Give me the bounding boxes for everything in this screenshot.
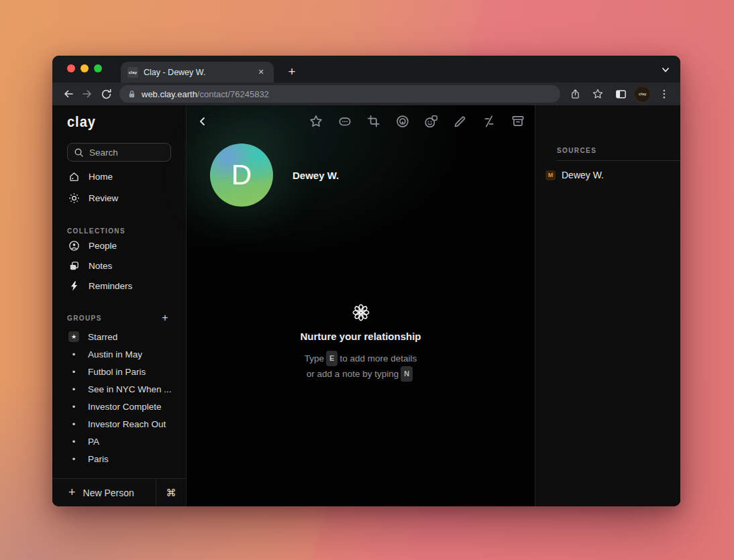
- collections-header: COLLECTIONS: [67, 226, 171, 235]
- traffic-lights: [67, 64, 102, 72]
- minimize-window-button[interactable]: [81, 64, 89, 72]
- contact-toolbar: [187, 105, 535, 137]
- source-item[interactable]: M Dewey W.: [535, 170, 680, 180]
- bullet-icon: [68, 384, 79, 394]
- sidebar-nav: Home Review: [52, 166, 186, 209]
- group-item-label: PA: [88, 437, 99, 447]
- reload-icon[interactable]: [97, 85, 115, 103]
- sidebar-item-people[interactable]: People: [52, 235, 186, 256]
- browser-window: clay Clay - Dewey W. ✕ + web.clay.earth: [52, 56, 680, 506]
- browser-toolbar: web.clay.earth/contact/76245832 clay ⋮: [52, 82, 680, 105]
- search-placeholder: Search: [89, 148, 118, 158]
- bullet-icon: [68, 437, 79, 447]
- source-m-badge-icon: M: [545, 170, 556, 180]
- group-item-label: Investor Reach Out: [88, 419, 166, 429]
- hint-text: to add more details: [339, 353, 417, 363]
- emoji-card-icon[interactable]: [423, 114, 439, 129]
- clay-app: clay Search Home Review COL: [52, 105, 680, 506]
- side-panel-toggle-icon[interactable]: [611, 85, 630, 103]
- browser-profile-avatar[interactable]: clay: [634, 86, 651, 103]
- sidebar-item-review[interactable]: Review: [52, 187, 186, 209]
- avatar-letter: D: [231, 159, 252, 191]
- contact-detail: D Dewey W.: [187, 105, 535, 506]
- contact-actions: [308, 114, 525, 129]
- group-item-label: Paris: [88, 454, 109, 464]
- desktop-wallpaper: clay Clay - Dewey W. ✕ + web.clay.earth: [0, 0, 734, 560]
- url-text: web.clay.earth/contact/76245832: [142, 88, 269, 100]
- people-icon: [68, 240, 80, 251]
- chevron-down-icon[interactable]: [659, 63, 672, 76]
- hint-text: Type: [305, 353, 324, 363]
- sidebar-item-reminders[interactable]: Reminders: [52, 276, 186, 296]
- tab-strip: clay Clay - Dewey W. ✕ +: [52, 56, 680, 82]
- bullet-icon: [68, 454, 79, 464]
- edit-pencil-icon[interactable]: [452, 114, 468, 129]
- empty-state-hint: TypeEto add more details or add a note b…: [187, 351, 535, 382]
- address-bar[interactable]: web.clay.earth/contact/76245832: [119, 85, 560, 103]
- add-group-button[interactable]: +: [159, 312, 171, 324]
- merge-icon[interactable]: [481, 114, 496, 129]
- browser-tab[interactable]: clay Clay - Dewey W. ✕: [121, 62, 274, 82]
- sidebar-item-home[interactable]: Home: [52, 166, 186, 187]
- group-item[interactable]: Investor Reach Out: [52, 415, 186, 433]
- back-icon[interactable]: [59, 85, 78, 103]
- groups-header: GROUPS +: [67, 313, 171, 323]
- collections-list: People Notes Reminders: [52, 235, 186, 296]
- collections-header-label: COLLECTIONS: [67, 227, 125, 235]
- group-item-label: Futbol in Paris: [88, 367, 146, 377]
- sidebar-item-label: Reminders: [89, 281, 132, 291]
- url-domain: web.clay.earth: [142, 89, 197, 99]
- clay-favicon-icon: clay: [127, 67, 138, 78]
- group-item[interactable]: Austin in May: [52, 345, 186, 363]
- group-item[interactable]: PA: [52, 433, 186, 450]
- notes-icon: [68, 260, 80, 272]
- sidebar-item-notes[interactable]: Notes: [52, 256, 186, 276]
- favorite-star-icon[interactable]: [308, 114, 323, 129]
- group-item[interactable]: Investor Complete: [52, 398, 186, 415]
- sources-divider: [557, 160, 680, 161]
- forward-icon[interactable]: [78, 85, 97, 103]
- group-item-label: Investor Complete: [88, 402, 162, 412]
- sources-header: SOURCES: [557, 147, 680, 154]
- close-tab-icon[interactable]: ✕: [255, 66, 267, 78]
- contact-name: Dewey W.: [293, 170, 339, 181]
- sources-panel: SOURCES M Dewey W.: [535, 105, 680, 506]
- contact-avatar[interactable]: D: [210, 144, 273, 207]
- group-item-starred[interactable]: ★ Starred: [52, 328, 186, 345]
- group-item-label: Austin in May: [88, 349, 142, 359]
- archive-icon[interactable]: [510, 114, 525, 129]
- group-item-label: Starred: [88, 332, 117, 342]
- hint-text: or add a note by typing: [307, 369, 399, 379]
- new-person-button[interactable]: + New Person: [52, 479, 156, 506]
- search-input[interactable]: Search: [67, 143, 171, 162]
- groups-list: ★ Starred Austin in May Futbol in Paris …: [52, 328, 186, 467]
- sidebar-item-label: Notes: [89, 261, 112, 271]
- new-person-label: New Person: [83, 488, 134, 498]
- group-item[interactable]: Futbol in Paris: [52, 363, 186, 380]
- group-item-label: See in NYC When ...: [88, 384, 172, 394]
- new-tab-button[interactable]: +: [283, 63, 301, 80]
- sidebar-footer: + New Person ⌘: [52, 478, 186, 506]
- comment-icon[interactable]: [337, 114, 352, 129]
- target-icon[interactable]: [395, 114, 410, 129]
- back-chevron-icon[interactable]: [193, 112, 212, 131]
- group-item[interactable]: Paris: [52, 450, 186, 467]
- sidebar-item-label: Review: [89, 193, 118, 203]
- toolbar-right-icons: clay ⋮: [566, 85, 674, 103]
- command-shortcut-button[interactable]: ⌘: [156, 479, 186, 506]
- bullet-icon: [68, 419, 79, 429]
- home-icon: [68, 171, 80, 182]
- share-icon[interactable]: [566, 85, 584, 103]
- close-window-button[interactable]: [67, 64, 75, 72]
- tab-title: Clay - Dewey W.: [144, 68, 250, 77]
- bullet-icon: [68, 367, 79, 377]
- plus-icon: +: [68, 486, 76, 500]
- lightning-icon: [68, 280, 80, 292]
- zoom-window-button[interactable]: [94, 64, 102, 72]
- bookmark-star-icon[interactable]: [588, 85, 607, 103]
- bullet-icon: [68, 402, 79, 412]
- source-label: Dewey W.: [562, 170, 604, 180]
- group-item[interactable]: See in NYC When ...: [52, 380, 186, 398]
- crop-icon[interactable]: [366, 114, 381, 129]
- browser-menu-icon[interactable]: ⋮: [655, 85, 674, 103]
